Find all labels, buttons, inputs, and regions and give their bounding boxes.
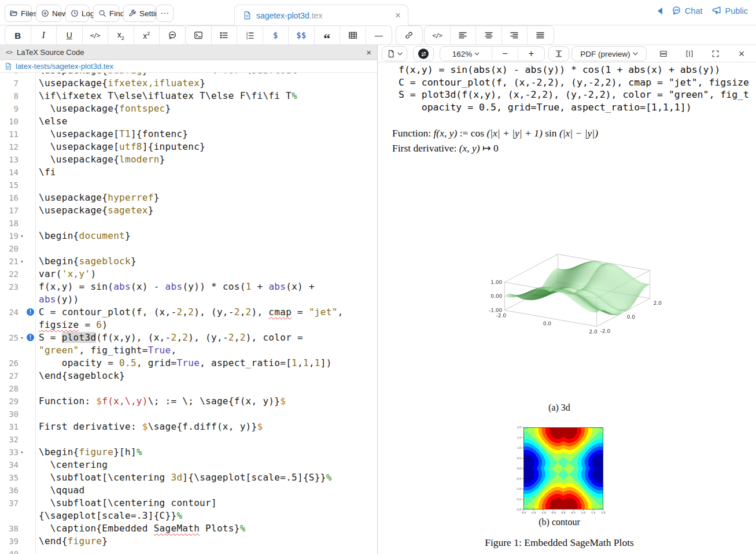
collapse-left-icon[interactable] xyxy=(658,8,662,14)
numbered-list-button[interactable]: 123 xyxy=(237,26,263,45)
subscript-button[interactable]: x2 xyxy=(108,26,134,45)
link-button[interactable] xyxy=(396,26,422,45)
lint-warning-icon[interactable]: ! xyxy=(25,331,35,344)
code-row[interactable]: 14\fi xyxy=(0,166,377,179)
bullet-list-button[interactable] xyxy=(212,26,238,45)
code-row[interactable]: 10\else xyxy=(0,115,377,128)
tab-sagetex-plot3d[interactable]: sagetex-plot3d.tex × xyxy=(234,5,408,25)
code-row[interactable]: 24!C = contour_plot(f, (x,-2,2), (y,-2,2… xyxy=(0,306,377,319)
code-row[interactable]: 20 xyxy=(0,242,377,255)
page-menu-button[interactable] xyxy=(382,46,407,61)
code-row[interactable]: 22var('x,y') xyxy=(0,268,377,280)
code-row[interactable]: 9 \usepackage{fontspec} xyxy=(0,102,377,115)
code-row[interactable]: 29Function: $f(x,\,y)\; := \; \sage{f(x,… xyxy=(0,395,377,408)
blockquote-button[interactable]: “ xyxy=(315,26,341,45)
display-math-button[interactable]: $$ xyxy=(289,26,315,45)
code-row[interactable]: 23f(x,y) = sin(abs(x) - abs(y)) * cos(1 … xyxy=(0,280,377,293)
code-row[interactable]: 19▾\begin{document} xyxy=(0,230,377,242)
code-row[interactable]: 38 \caption{Embedded SageMath Plots}% xyxy=(0,522,377,535)
underline-button[interactable]: U xyxy=(57,26,83,45)
text-style-group: B I U </> x2 x2 xyxy=(5,25,186,45)
code-environment-button[interactable]: </> xyxy=(425,26,451,45)
code-row[interactable]: 28 xyxy=(0,382,377,395)
code-row[interactable]: 7\usepackage{ifxetex,ifluatex} xyxy=(0,77,377,90)
code-row[interactable]: 6\usepackage{subfig} % for \subfloat xyxy=(0,73,377,77)
table-button[interactable] xyxy=(340,26,366,45)
split-vertical-button[interactable] xyxy=(681,47,698,61)
code-row[interactable]: 37 \subfloat[\centering contour] xyxy=(0,497,377,509)
align-left-button[interactable] xyxy=(451,26,477,45)
fullscreen-button[interactable] xyxy=(707,47,724,61)
code-row[interactable]: 33▾\begin{figure}[h]% xyxy=(0,446,377,459)
code-row[interactable]: 30 xyxy=(0,408,377,420)
lint-warning-icon[interactable]: ! xyxy=(25,306,35,319)
find-button[interactable]: Find xyxy=(93,5,119,22)
code-row[interactable]: 26 opacity = 0.5, grid=True, aspect_rati… xyxy=(0,357,377,370)
pdf-preview[interactable]: f(x,y) = sin(abs(x) - abs(y)) * cos(1 + … xyxy=(378,62,756,554)
code-row[interactable]: 27\end{sageblock} xyxy=(0,370,377,382)
line-number: 18 xyxy=(0,217,19,230)
horizontal-rule-button[interactable]: — xyxy=(366,26,392,45)
sync-compile-button[interactable] xyxy=(413,46,434,61)
code-row[interactable]: 11 \usepackage[T1]{fontenc} xyxy=(0,128,377,141)
code-row[interactable]: "green", fig_tight=True, xyxy=(0,344,377,357)
code-row[interactable]: 25▾!S = plot3d(f(x,y), (x,-2,2), (y,-2,2… xyxy=(0,331,377,344)
superscript-button[interactable]: x2 xyxy=(134,26,160,45)
fold-arrow-icon[interactable]: ▾ xyxy=(19,230,25,242)
code-row[interactable]: 15 xyxy=(0,179,377,191)
code-text: \usepackage[T1]{fontenc} xyxy=(35,128,188,141)
align-right-button[interactable] xyxy=(502,26,528,45)
align-center-button[interactable] xyxy=(476,26,502,45)
bold-button[interactable]: B xyxy=(5,26,31,45)
code-row[interactable]: 39\end{figure} xyxy=(0,535,377,548)
justify-button[interactable] xyxy=(528,26,554,45)
chat-button[interactable]: Chat xyxy=(672,6,703,16)
preview-mode-dropdown[interactable]: PDF (preview) xyxy=(571,46,647,61)
code-row[interactable]: 13 \usepackage{lmodern} xyxy=(0,153,377,166)
fold-arrow-icon[interactable]: ▾ xyxy=(19,446,25,459)
comment-button[interactable] xyxy=(160,26,186,45)
code-row[interactable]: 12 \usepackage[utf8]{inputenc} xyxy=(0,141,377,153)
code-row[interactable]: 31First derivative: $\sage{f.diff(x, y)}… xyxy=(0,420,377,433)
inline-code-button[interactable]: </> xyxy=(83,26,109,45)
code-text: abs(y)) xyxy=(35,293,79,306)
code-row[interactable]: 18 xyxy=(0,217,377,230)
code-row[interactable]: figsize = 6) xyxy=(0,319,377,331)
zoom-level-dropdown[interactable]: 162% xyxy=(440,47,492,61)
split-horizontal-button[interactable] xyxy=(655,47,672,61)
code-text: opacity = 0.5, grid=True, aspect_ratio=[… xyxy=(35,357,332,370)
code-row[interactable]: {\sageplot[scale=.3]{C}}% xyxy=(0,509,377,522)
log-button[interactable]: Log xyxy=(65,5,89,22)
source-pane-close-icon[interactable]: × xyxy=(366,47,371,57)
zoom-in-button[interactable]: + xyxy=(518,47,544,61)
inline-math-button[interactable]: $ xyxy=(263,26,289,45)
code-editor[interactable]: 6\usepackage{subfig} % for \subfloat7\us… xyxy=(0,73,377,554)
italic-button[interactable]: I xyxy=(31,26,57,45)
more-button[interactable]: ⋯ xyxy=(156,5,174,22)
new-button[interactable]: New xyxy=(36,5,61,22)
fold-arrow-icon[interactable]: ▾ xyxy=(19,255,25,268)
code-row[interactable]: 35 \subfloat[\centering 3d]{\sageplot[sc… xyxy=(0,471,377,484)
code-block-button[interactable] xyxy=(186,26,212,45)
code-row[interactable]: 17\usepackage{sagetex} xyxy=(0,204,377,217)
fold-gutter xyxy=(19,319,25,331)
code-text: \end{figure} xyxy=(35,535,108,548)
code-row[interactable]: 8\if\ifxetex T\else\ifluatex T\else F\fi… xyxy=(0,90,377,102)
code-row[interactable]: 32 xyxy=(0,433,377,446)
code-row[interactable]: abs(y)) xyxy=(0,293,377,306)
code-row[interactable]: 36 \qquad xyxy=(0,484,377,497)
code-row[interactable]: 21▾\begin{sageblock} xyxy=(0,255,377,268)
files-button[interactable]: Files xyxy=(5,5,32,22)
tab-close-icon[interactable]: × xyxy=(395,10,401,20)
code-row[interactable]: 34 \centering xyxy=(0,459,377,471)
code-row[interactable]: 40 xyxy=(0,548,377,554)
zoom-out-button[interactable]: − xyxy=(492,47,518,61)
breadcrumb[interactable]: latex-tests/sagetex-plot3d.tex xyxy=(0,60,377,73)
setting-button[interactable]: Setting xyxy=(123,5,156,22)
code-row[interactable]: 16\usepackage{hyperref} xyxy=(0,191,377,204)
public-button[interactable]: Public xyxy=(712,6,748,16)
line-number: 22 xyxy=(0,268,19,280)
fit-height-button[interactable] xyxy=(548,46,569,61)
fold-arrow-icon[interactable]: ▾ xyxy=(19,331,25,344)
pdf-close-button[interactable]: × xyxy=(733,47,750,61)
